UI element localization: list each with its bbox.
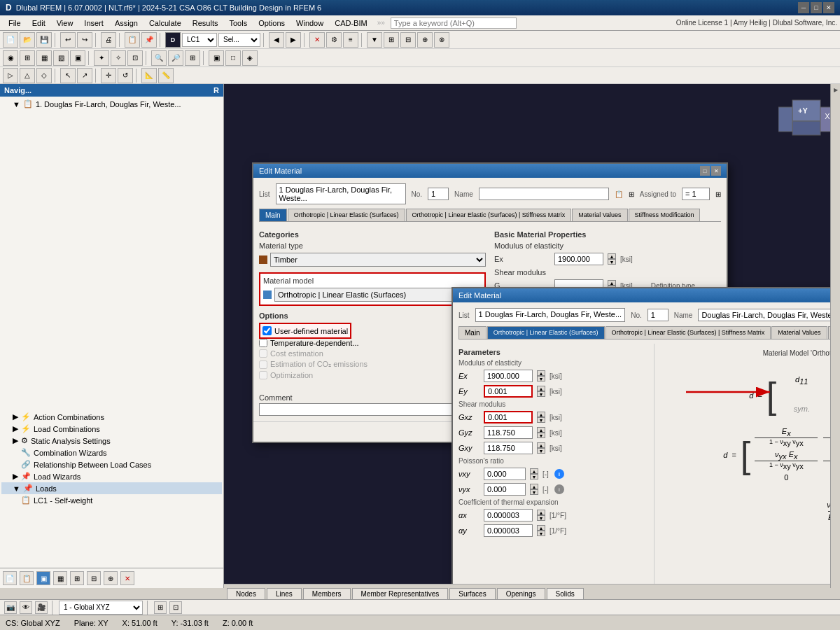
nav-item-rel[interactable]: 🔗 Relationship Between Load Cases — [1, 458, 222, 470]
bt-2[interactable]: 👁 — [20, 601, 32, 614]
ay-input[interactable] — [484, 524, 533, 537]
vxy-input[interactable] — [484, 468, 526, 480]
nav-item-load-wiz[interactable]: ▶ 📌 Load Wizards — [1, 470, 222, 482]
menu-file[interactable]: File — [3, 18, 27, 29]
bt-snap1[interactable]: ⊞ — [154, 601, 167, 614]
lc-dropdown[interactable]: LC1 — [182, 33, 217, 47]
gxy-stepper[interactable]: ▲ ▼ — [537, 442, 545, 454]
ay-stepper[interactable]: ▲ ▼ — [537, 525, 545, 536]
assigned-to-input-1[interactable] — [682, 188, 710, 200]
nav-btn-1[interactable]: 📄 — [3, 571, 17, 585]
tool-btn-4[interactable]: ⊟ — [400, 32, 416, 48]
bt-3[interactable]: 🎥 — [35, 601, 48, 614]
menu-view[interactable]: View — [51, 18, 79, 29]
user-defined-check[interactable] — [262, 326, 272, 335]
menu-cad-bim[interactable]: CAD-BIM — [329, 18, 372, 29]
gxz-up[interactable]: ▲ — [537, 412, 545, 417]
shape-btn-2[interactable]: △ — [20, 68, 35, 83]
nav-item-0[interactable]: ▼ 📋 1. Douglas Fir-Larch, Douglas Fir, W… — [1, 98, 222, 110]
material-type-select[interactable]: Timber — [270, 253, 486, 267]
name-input-2[interactable] — [698, 309, 840, 321]
gyz-input[interactable] — [484, 426, 533, 439]
assigned-to-btn[interactable]: ⊞ — [715, 190, 721, 198]
ax-up[interactable]: ▲ — [537, 510, 545, 515]
tool-btn-2[interactable]: ≡ — [343, 32, 358, 48]
nav-btn-3[interactable]: ▣ — [36, 571, 50, 585]
vxy-stepper[interactable]: ▲ ▼ — [530, 468, 538, 479]
redo-btn[interactable]: ↪ — [77, 32, 92, 48]
dialog-1-tab-main[interactable]: Main — [259, 209, 287, 221]
open-btn[interactable]: 📂 — [20, 32, 35, 48]
nav-next[interactable]: ▶ — [286, 32, 301, 48]
menu-window[interactable]: Window — [290, 18, 329, 29]
nav-btn-5[interactable]: ⊞ — [70, 571, 84, 585]
ax-down[interactable]: ▼ — [537, 515, 545, 521]
nav-item-loads[interactable]: ▼ 📌 Loads — [1, 482, 222, 494]
ey-up[interactable]: ▲ — [537, 386, 545, 391]
paste-btn[interactable]: 📌 — [141, 32, 157, 48]
ay-down[interactable]: ▼ — [537, 531, 545, 536]
menu-search-input[interactable] — [391, 18, 517, 29]
name-input-1[interactable] — [479, 188, 609, 200]
gyz-stepper[interactable]: ▲ ▼ — [537, 427, 545, 438]
delete-btn[interactable]: ✕ — [309, 32, 325, 48]
no-input-2[interactable] — [648, 309, 668, 321]
filter-btn[interactable]: ▼ — [367, 32, 382, 48]
view-btn-5[interactable]: ▣ — [70, 50, 85, 66]
vxy-down[interactable]: ▼ — [530, 474, 538, 479]
ax-input[interactable] — [484, 509, 533, 522]
ey-stepper[interactable]: ▲ ▼ — [537, 386, 545, 397]
copy-btn[interactable]: 📋 — [125, 32, 140, 48]
dialog-2-tab-matvals[interactable]: Material Values — [771, 326, 827, 339]
nav-collapse-icon[interactable]: R — [214, 86, 219, 94]
shape-btn-1[interactable]: ▷ — [3, 68, 18, 83]
snap-btn-2[interactable]: ✧ — [111, 50, 126, 66]
tab-member-reps[interactable]: Member Representatives — [352, 588, 449, 599]
sel-dropdown[interactable]: Sel... — [218, 33, 260, 47]
dialog-1-tab-stiff[interactable]: Orthotropic | Linear Elastic (Surfaces) … — [406, 209, 572, 221]
menu-assign[interactable]: Assign — [109, 18, 144, 29]
nav-btn-7[interactable]: ⊕ — [104, 571, 118, 585]
dialog-1-tab-ortho[interactable]: Orthotropic | Linear Elastic (Surfaces) — [288, 209, 405, 221]
gxy-input[interactable] — [484, 442, 533, 454]
nav-btn-2[interactable]: 📋 — [20, 571, 34, 585]
ex-stepper[interactable]: ▲ ▼ — [608, 253, 616, 265]
tab-solids[interactable]: Solids — [547, 588, 584, 599]
minimize-btn[interactable]: ─ — [798, 2, 809, 13]
gxz-stepper[interactable]: ▲ ▼ — [537, 412, 545, 423]
temp-dep-check[interactable] — [259, 339, 267, 347]
nav-item-load-combinations[interactable]: ▶ ⚡ Load Combinations — [1, 423, 222, 435]
dialog-2-tab-ortho[interactable]: Orthotropic | Linear Elastic (Surfaces) — [487, 326, 605, 339]
dialog-1-tab-matvals[interactable]: Material Values — [572, 209, 627, 221]
window-controls[interactable]: ─ □ ✕ — [798, 2, 834, 13]
vyx-input[interactable] — [484, 483, 526, 496]
menu-options[interactable]: Options — [253, 18, 290, 29]
tab-members[interactable]: Members — [303, 588, 351, 599]
measure-btn-2[interactable]: 📏 — [158, 68, 174, 83]
name-browse-btn[interactable]: ⊞ — [629, 190, 634, 198]
zoom-btn-1[interactable]: 🔍 — [151, 50, 167, 66]
menu-edit[interactable]: Edit — [27, 18, 51, 29]
render-btn-3[interactable]: ◈ — [242, 50, 258, 66]
ey-down[interactable]: ▼ — [537, 391, 545, 397]
zoom-btn-2[interactable]: 🔎 — [168, 50, 183, 66]
co2-check[interactable] — [259, 360, 267, 369]
tab-surfaces[interactable]: Surfaces — [449, 588, 495, 599]
nav-btn-8[interactable]: ✕ — [120, 571, 134, 585]
ex2-up[interactable]: ▲ — [537, 370, 545, 376]
tool-btn-3[interactable]: ⊞ — [384, 32, 399, 48]
zoom-btn-3[interactable]: ⊞ — [185, 50, 200, 66]
shape-btn-3[interactable]: ◇ — [36, 68, 52, 83]
gxz-down[interactable]: ▼ — [537, 417, 545, 423]
nav-item-action-combinations[interactable]: ▶ ⚡ Action Combinations — [1, 411, 222, 423]
gxy-down[interactable]: ▼ — [537, 448, 545, 454]
undo-btn[interactable]: ↩ — [60, 32, 76, 48]
select-btn-2[interactable]: ↗ — [77, 68, 92, 83]
dialog-2-tab-stiff[interactable]: Orthotropic | Linear Elastic (Surfaces) … — [606, 326, 771, 339]
dialog-2-title-bar[interactable]: Edit Material □ ✕ — [453, 288, 840, 302]
gyz-up[interactable]: ▲ — [537, 427, 545, 433]
tab-lines[interactable]: Lines — [267, 588, 302, 599]
nav-prev[interactable]: ◀ — [269, 32, 284, 48]
ay-up[interactable]: ▲ — [537, 525, 545, 531]
menu-tools[interactable]: Tools — [223, 18, 253, 29]
